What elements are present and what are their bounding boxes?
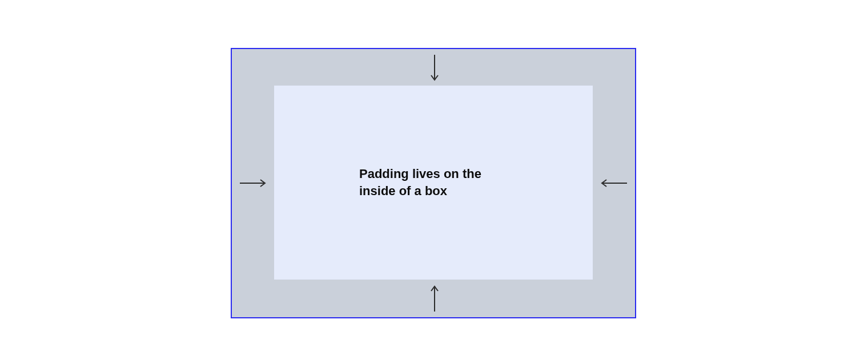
arrow-left-icon xyxy=(598,179,627,187)
arrow-up-icon xyxy=(431,283,439,312)
arrow-down-icon xyxy=(431,55,439,83)
outer-padding-box: Padding lives on the inside of a box xyxy=(231,48,636,318)
arrow-right-icon xyxy=(240,179,268,187)
diagram-caption: Padding lives on the inside of a box xyxy=(359,165,508,199)
inner-content-box: Padding lives on the inside of a box xyxy=(274,86,593,280)
